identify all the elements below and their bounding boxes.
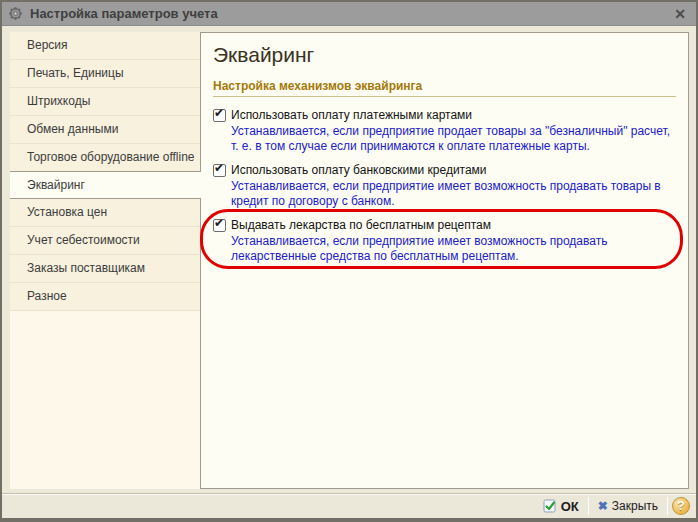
- option-free-prescriptions[interactable]: ✔ Выдавать лекарства по бесплатным рецеп…: [213, 217, 676, 264]
- checkbox[interactable]: ✔: [213, 219, 226, 232]
- option-payment-cards[interactable]: ✔ Использовать оплату платежными картами…: [213, 107, 676, 154]
- section-header: Настройка механизмов эквайринга: [213, 79, 676, 97]
- sidebar-item-shtrihkody[interactable]: Штрихкоды: [10, 88, 200, 116]
- checkbox[interactable]: ✔: [213, 109, 226, 122]
- close-x-icon: ✖: [598, 500, 608, 512]
- check-icon: ✔: [214, 217, 224, 230]
- dialog-body: Версия Печать, Единицы Штрихкоды Обмен д…: [10, 32, 689, 489]
- checkbox-label: Использовать оплату платежными картами: [231, 108, 472, 122]
- help-button[interactable]: ?: [672, 497, 690, 515]
- ok-button[interactable]: ОК: [538, 497, 584, 516]
- check-icon: ✔: [214, 107, 224, 120]
- close-button[interactable]: ✖ Закрыть: [593, 497, 663, 515]
- page-title: Эквайринг: [213, 43, 676, 67]
- option-description: Устанавливается, если предприятие имеет …: [231, 179, 676, 209]
- sidebar-item-zakazy-postavshchikam[interactable]: Заказы поставщикам: [10, 255, 200, 283]
- settings-window: Настройка параметров учета ✕ Версия Печа…: [0, 0, 698, 522]
- settings-panel: Эквайринг Настройка механизмов эквайринг…: [200, 32, 689, 489]
- option-description: Устанавливается, если предприятие продае…: [231, 124, 676, 154]
- window-title: Настройка параметров учета: [30, 6, 672, 21]
- button-bar: ОК ✖ Закрыть ?: [2, 493, 696, 518]
- sidebar-item-uchet-sebestoimosti[interactable]: Учет себестоимости: [10, 227, 200, 255]
- option-description: Устанавливается, если предприятие имеет …: [231, 234, 676, 264]
- option-bank-credits[interactable]: ✔ Использовать оплату банковскими кредит…: [213, 162, 676, 209]
- sidebar-item-obmen-dannymi[interactable]: Обмен данными: [10, 116, 200, 144]
- separator: [588, 497, 589, 515]
- checkbox-row[interactable]: ✔ Использовать оплату платежными картами: [213, 107, 676, 123]
- checkbox[interactable]: ✔: [213, 164, 226, 177]
- sidebar-item-ekvayring[interactable]: Эквайринг: [10, 171, 201, 199]
- checkbox-row[interactable]: ✔ Выдавать лекарства по бесплатным рецеп…: [213, 217, 676, 233]
- sidebar-item-ustanovka-tsen[interactable]: Установка цен: [10, 199, 200, 227]
- sidebar-filler: [10, 311, 200, 489]
- checkbox-label: Выдавать лекарства по бесплатным рецепта…: [231, 218, 491, 232]
- checkbox-row[interactable]: ✔ Использовать оплату банковскими кредит…: [213, 162, 676, 178]
- titlebar: Настройка параметров учета ✕: [2, 2, 696, 26]
- ok-label: ОК: [561, 499, 579, 514]
- sidebar: Версия Печать, Единицы Штрихкоды Обмен д…: [10, 32, 200, 489]
- checkbox-label: Использовать оплату банковскими кредитам…: [231, 163, 487, 177]
- close-label: Закрыть: [612, 499, 658, 513]
- separator: [667, 497, 668, 515]
- sidebar-item-pechat-edinitsy[interactable]: Печать, Единицы: [10, 60, 200, 88]
- check-icon: ✔: [214, 162, 224, 175]
- sidebar-item-raznoe[interactable]: Разное: [10, 283, 200, 311]
- ok-check-icon: [543, 499, 557, 513]
- gear-icon: [8, 6, 23, 21]
- sidebar-item-torgovoe-oborudovanie[interactable]: Торговое оборудование offline: [10, 144, 200, 172]
- close-icon[interactable]: ✕: [672, 7, 688, 21]
- sidebar-item-versiya[interactable]: Версия: [10, 32, 200, 60]
